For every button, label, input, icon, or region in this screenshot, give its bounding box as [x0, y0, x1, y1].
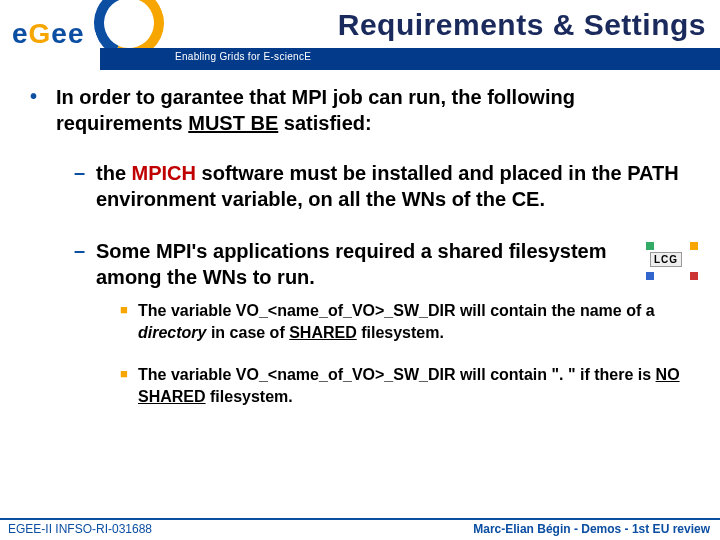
square-icon	[646, 242, 654, 250]
slide: eGee Requirements & Settings Enabling Gr…	[0, 0, 720, 540]
text-quote: ". "	[551, 366, 575, 383]
bullet-level3: ■ The variable VO_<name_of_VO>_SW_DIR wi…	[120, 300, 700, 344]
text-emphasis: MPICH	[132, 162, 196, 184]
square-icon	[690, 242, 698, 250]
req-1-text: the MPICH software must be installed and…	[96, 160, 700, 212]
footer-rule	[0, 518, 720, 520]
text: satisfied:	[278, 112, 371, 134]
text-variable: VO_<name_of_VO>_SW_DIR	[236, 302, 456, 319]
bullet-level2: – the MPICH software must be installed a…	[74, 160, 700, 212]
footer: EGEE-II INFSO-RI-031688 Marc-Elian Bégin…	[0, 514, 720, 540]
text: in case of	[206, 324, 289, 341]
square-bullet-icon: ■	[120, 364, 138, 408]
intro-text: In order to garantee that MPI job can ru…	[56, 84, 700, 136]
bullet-level1: • In order to garantee that MPI job can …	[30, 84, 700, 136]
square-icon	[690, 272, 698, 280]
text-italic: directory	[138, 324, 206, 341]
lcg-logo: LCG	[644, 240, 700, 282]
req-2-text: Some MPI's applications required a share…	[96, 238, 630, 290]
square-icon	[646, 272, 654, 280]
square-bullet-icon: ■	[120, 300, 138, 344]
bullet-level2: – Some MPI's applications required a sha…	[74, 238, 630, 290]
dash-icon: –	[74, 238, 96, 290]
text-variable: VO_<name_of_VO>_SW_DIR	[236, 366, 456, 383]
header-tagline: Enabling Grids for E-sciencE	[175, 51, 311, 62]
sub-2-text: The variable VO_<name_of_VO>_SW_DIR will…	[138, 364, 700, 408]
text: will contain	[455, 366, 551, 383]
logo-text-part: ee	[51, 18, 84, 49]
bullet-level2-with-graphic: – Some MPI's applications required a sha…	[74, 238, 700, 290]
sub-1-text: The variable VO_<name_of_VO>_SW_DIR will…	[138, 300, 700, 344]
logo-text-part: G	[29, 18, 52, 49]
lcg-label: LCG	[650, 252, 682, 267]
text: filesystem.	[206, 388, 293, 405]
text-underlined: SHARED	[289, 324, 357, 341]
logo-text-part: e	[12, 18, 29, 49]
dash-icon: –	[74, 160, 96, 212]
logo-text: eGee	[12, 18, 85, 50]
bullet-dot-icon: •	[30, 84, 56, 136]
footer-right: Marc-Elian Bégin - Demos - 1st EU review	[473, 522, 710, 536]
text: filesystem.	[357, 324, 444, 341]
text: The variable	[138, 366, 236, 383]
text: will contain the name of a	[455, 302, 654, 319]
footer-left: EGEE-II INFSO-RI-031688	[8, 522, 152, 536]
bullet-level3: ■ The variable VO_<name_of_VO>_SW_DIR wi…	[120, 364, 700, 408]
text: if there is	[576, 366, 656, 383]
slide-title: Requirements & Settings	[200, 8, 706, 42]
text-underlined: MUST BE	[188, 112, 278, 134]
text: the	[96, 162, 132, 184]
header: eGee Requirements & Settings Enabling Gr…	[0, 0, 720, 66]
slide-body: • In order to garantee that MPI job can …	[30, 84, 700, 428]
text: The variable	[138, 302, 236, 319]
